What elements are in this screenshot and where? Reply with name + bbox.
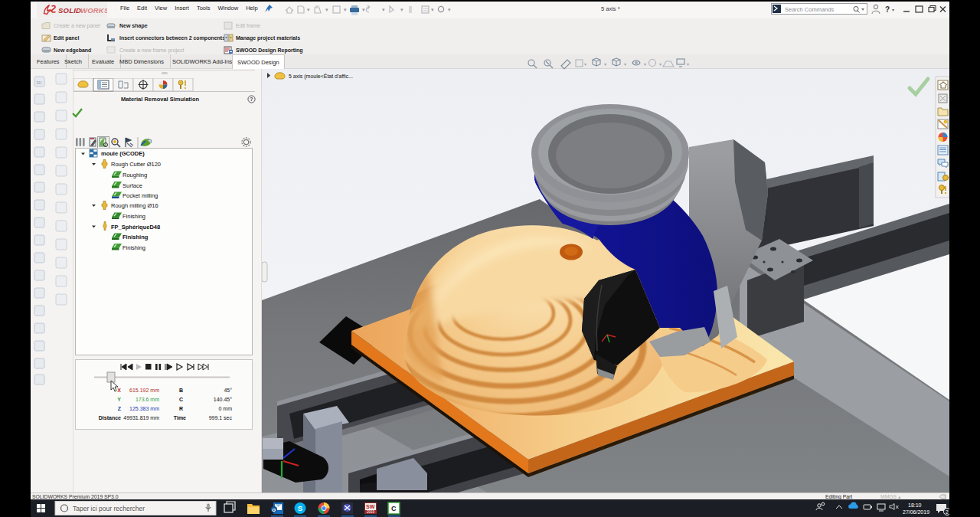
svg-text:▾: ▾ (644, 62, 646, 67)
svg-text:▾: ▾ (659, 62, 662, 67)
svg-text:▾: ▾ (400, 7, 403, 12)
svg-text:615.192 mm: 615.192 mm (129, 388, 159, 393)
svg-text:27/06/2019: 27/06/2019 (903, 509, 929, 515)
svg-text:WORKS: WORKS (80, 6, 107, 15)
svg-text:3D: 3D (36, 80, 42, 85)
svg-text:5 axis (moule<État d'affic...: 5 axis (moule<État d'affic... (289, 73, 353, 80)
svg-text:999.1 sec: 999.1 sec (209, 415, 233, 420)
svg-text:0 mm: 0 mm (219, 406, 233, 411)
svg-text:?: ? (250, 97, 253, 102)
svg-text:173.6 mm: 173.6 mm (136, 397, 159, 402)
svg-text:▾: ▾ (382, 7, 385, 12)
svg-text:Finishing: Finishing (122, 244, 145, 251)
svg-text:moule (GCODE): moule (GCODE) (101, 150, 145, 157)
svg-text:?: ? (885, 5, 890, 14)
svg-text:Y: Y (117, 397, 121, 402)
svg-text:▾: ▾ (325, 7, 328, 12)
svg-text:140.45°: 140.45° (214, 397, 232, 402)
svg-text:▾: ▾ (307, 7, 310, 12)
svg-text:FP_SphériqueD48: FP_SphériqueD48 (111, 224, 160, 231)
svg-text:R: R (179, 406, 183, 411)
svg-text:▾: ▾ (344, 7, 347, 12)
svg-text:Taper ici pour rechercher: Taper ici pour rechercher (73, 505, 145, 512)
svg-text:S: S (298, 504, 302, 512)
svg-text:Finishing: Finishing (122, 213, 145, 220)
svg-text:49931.819 mm: 49931.819 mm (123, 415, 159, 420)
svg-text:Distance: Distance (99, 415, 121, 420)
svg-text:Time: Time (174, 415, 186, 420)
svg-text:125.383 mm: 125.383 mm (129, 406, 159, 411)
svg-text:18:10: 18:10 (908, 502, 922, 508)
svg-text:SOLID: SOLID (58, 6, 81, 15)
svg-text:▾: ▾ (687, 62, 689, 67)
svg-text:o: o (272, 506, 276, 513)
svg-text:X: X (117, 388, 121, 393)
svg-text:▾: ▾ (604, 62, 606, 67)
svg-text:B: B (179, 388, 183, 393)
svg-text:2: 2 (946, 509, 949, 515)
svg-text:▾: ▾ (624, 62, 626, 67)
svg-text:2019: 2019 (367, 510, 375, 514)
svg-text:C: C (179, 397, 183, 402)
svg-text:Roughing: Roughing (122, 172, 147, 178)
svg-text:C: C (391, 505, 397, 512)
svg-text:45°: 45° (224, 388, 232, 393)
svg-text:▾: ▾ (431, 7, 434, 12)
svg-text:▾: ▾ (448, 7, 451, 12)
svg-text:Rough milling Ø16: Rough milling Ø16 (111, 202, 158, 209)
svg-text:Rough Cutter Ø120: Rough Cutter Ø120 (111, 161, 161, 168)
svg-text:▾: ▾ (892, 8, 894, 12)
svg-text:Finishing: Finishing (122, 234, 149, 241)
svg-text:Surface: Surface (122, 182, 142, 189)
svg-text:▾: ▾ (362, 7, 365, 12)
svg-text:Pocket milling: Pocket milling (122, 192, 158, 199)
svg-text:Z: Z (118, 406, 122, 411)
svg-text:▾: ▾ (584, 62, 586, 67)
svg-text:SW: SW (366, 504, 375, 509)
